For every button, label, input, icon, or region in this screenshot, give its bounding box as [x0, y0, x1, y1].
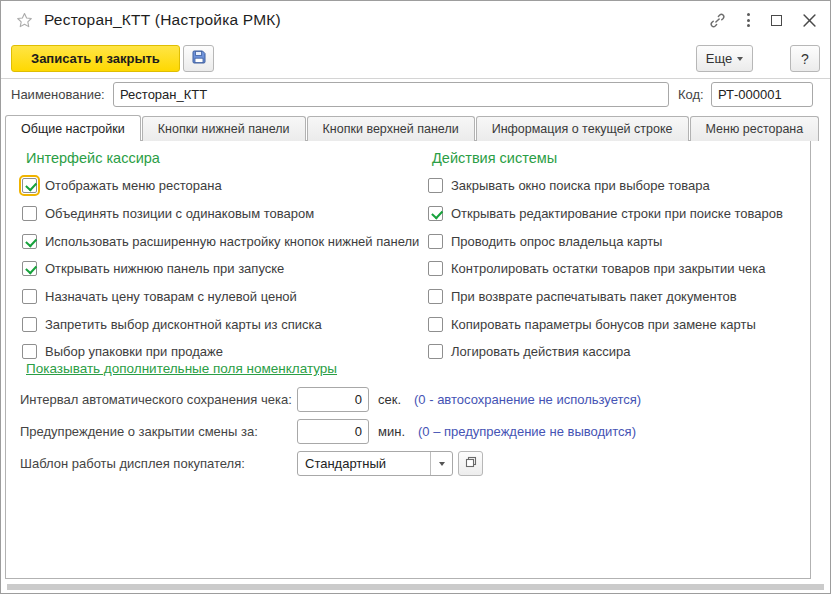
extra-nomenclature-fields-link[interactable]: Показывать дополнительные поля номенклат… — [26, 361, 337, 376]
checkbox[interactable] — [428, 178, 443, 193]
tab-label: Меню ресторана — [706, 122, 804, 136]
favorite-star-icon[interactable] — [16, 12, 33, 29]
checkbox-row-print-return-package[interactable]: При возврате распечатывать пакет докумен… — [428, 283, 808, 311]
checkbox[interactable] — [22, 344, 37, 359]
tab-general-settings[interactable]: Общие настройки — [5, 115, 141, 141]
checkbox[interactable] — [22, 178, 37, 193]
shift-close-warning-row: Предупреждение о закрытии смены за: мин.… — [20, 419, 636, 444]
name-label: Наименование: — [11, 87, 105, 102]
close-icon[interactable] — [803, 14, 816, 27]
title-bar: Ресторан_КТТ (Настройка РМК) — [1, 1, 830, 39]
checkbox[interactable] — [428, 261, 443, 276]
chevron-down-icon — [737, 57, 743, 61]
checkbox-label: Открывать нижнюю панель при запуске — [45, 261, 284, 276]
checkbox-row-open-row-editing[interactable]: Открывать редактирование строки при поис… — [428, 200, 808, 228]
get-link-icon[interactable] — [709, 12, 726, 29]
code-label: Код: — [678, 87, 704, 102]
combo-dropdown-button[interactable] — [430, 452, 452, 475]
more-button[interactable]: Еще — [696, 45, 753, 72]
checkbox-label: Использовать расширенную настройку кнопо… — [45, 234, 419, 249]
shift-close-warning-hint: (0 – предупреждение не выводится) — [418, 424, 636, 439]
checkbox-row-extended-bottom-panel[interactable]: Использовать расширенную настройку кнопо… — [22, 227, 422, 255]
more-button-label: Еще — [706, 51, 732, 66]
autosave-interval-input[interactable] — [297, 387, 369, 412]
checkbox-row-copy-bonus-params[interactable]: Копировать параметры бонусов при замене … — [428, 310, 808, 338]
checkbox-label: Логировать действия кассира — [451, 344, 631, 359]
checkbox[interactable] — [428, 234, 443, 249]
checkbox-label: Назначать цену товарам с нулевой ценой — [45, 289, 297, 304]
save-and-close-button[interactable]: Записать и закрыть — [11, 45, 180, 72]
checkbox-label: Открывать редактирование строки при поис… — [451, 206, 783, 221]
checkbox-row-open-bottom-panel[interactable]: Открывать нижнюю панель при запуске — [22, 255, 422, 283]
shift-close-warning-label: Предупреждение о закрытии смены за: — [20, 424, 297, 439]
window-menu-icon[interactable] — [747, 13, 750, 27]
checkbox[interactable] — [22, 206, 37, 221]
selected-value: Стандартный — [298, 456, 430, 471]
checkbox-row-forbid-discount-card-list[interactable]: Запретить выбор дисконтной карты из спис… — [22, 310, 422, 338]
tab-label: Кнопки верхней панели — [323, 122, 459, 136]
tab-label: Информация о текущей строке — [492, 122, 673, 136]
tab-restaurant-menu[interactable]: Меню ресторана — [690, 116, 820, 141]
tab-label: Общие настройки — [21, 122, 125, 136]
checkbox-row-close-search-window[interactable]: Закрывать окно поиска при выборе товара — [428, 172, 808, 200]
tab-top-panel-buttons[interactable]: Кнопки верхней панели — [307, 116, 475, 141]
rmk-settings-window: Ресторан_КТТ (Настройка РМК) Записать и … — [0, 0, 831, 594]
checkbox-label: При возврате распечатывать пакет докумен… — [451, 289, 737, 304]
section-title-system-actions: Действия системы — [432, 150, 557, 166]
tab-bar: Общие настройки Кнопки нижней панели Кно… — [5, 115, 820, 141]
command-bar: Записать и закрыть Еще ? — [11, 45, 820, 73]
checkbox[interactable] — [22, 261, 37, 276]
checkbox[interactable] — [22, 234, 37, 249]
chevron-down-icon — [439, 462, 445, 466]
checkbox-label: Проводить опрос владельца карты — [451, 234, 662, 249]
checkbox[interactable] — [22, 317, 37, 332]
tab-bottom-panel-buttons[interactable]: Кнопки нижней панели — [142, 116, 306, 141]
autosave-interval-label: Интервал автоматического сохранения чека… — [20, 392, 297, 407]
checkbox[interactable] — [428, 317, 443, 332]
maximize-icon[interactable] — [771, 15, 782, 26]
checkbox[interactable] — [428, 344, 443, 359]
checkbox[interactable] — [22, 289, 37, 304]
open-in-window-icon — [464, 455, 478, 473]
checkbox-label: Контролировать остатки товаров при закры… — [451, 261, 765, 276]
checkbox-label: Объединять позиции с одинаковым товаром — [45, 206, 314, 221]
general-settings-panel: Интерфейс кассира Действия системы Отобр… — [5, 140, 811, 579]
customer-display-template-select[interactable]: Стандартный — [297, 451, 453, 476]
section-title-cashier-interface: Интерфейс кассира — [26, 150, 160, 166]
autosave-interval-hint: (0 - автосохранение не используется) — [414, 392, 641, 407]
checkbox-label: Копировать параметры бонусов при замене … — [451, 317, 756, 332]
checkbox-row-assign-zero-price[interactable]: Назначать цену товарам с нулевой ценой — [22, 283, 422, 311]
checkbox-row-card-owner-survey[interactable]: Проводить опрос владельца карты — [428, 227, 808, 255]
checkbox-row-log-cashier-actions[interactable]: Логировать действия кассира — [428, 338, 808, 366]
open-template-button[interactable] — [458, 451, 483, 476]
checkbox-label: Выбор упаковки при продаже — [45, 344, 223, 359]
cashier-interface-options: Отображать меню ресторана Объединять поз… — [22, 172, 422, 366]
customer-display-template-label: Шаблон работы дисплея покупателя: — [20, 456, 297, 471]
system-actions-options: Закрывать окно поиска при выборе товара … — [428, 172, 808, 366]
shift-close-warning-unit: мин. — [378, 424, 405, 439]
shift-close-warning-input[interactable] — [297, 419, 369, 444]
code-input[interactable] — [711, 82, 813, 107]
checkbox[interactable] — [428, 206, 443, 221]
window-title: Ресторан_КТТ (Настройка РМК) — [44, 11, 281, 29]
customer-display-template-row: Шаблон работы дисплея покупателя: Станда… — [20, 451, 483, 476]
checkbox[interactable] — [428, 289, 443, 304]
autosave-interval-unit: сек. — [378, 392, 401, 407]
header-fields: Наименование: Код: — [1, 82, 830, 107]
floppy-disk-icon — [191, 49, 207, 68]
checkbox-label: Отображать меню ресторана — [45, 178, 222, 193]
checkbox-row-control-stock[interactable]: Контролировать остатки товаров при закры… — [428, 255, 808, 283]
help-button[interactable]: ? — [790, 45, 820, 72]
tab-label: Кнопки нижней панели — [158, 122, 290, 136]
checkbox-row-merge-positions[interactable]: Объединять позиции с одинаковым товаром — [22, 200, 422, 228]
toolbar-separator — [1, 78, 830, 79]
autosave-interval-row: Интервал автоматического сохранения чека… — [20, 387, 641, 412]
checkbox-row-show-restaurant-menu[interactable]: Отображать меню ресторана — [22, 172, 422, 200]
tab-current-row-info[interactable]: Информация о текущей строке — [476, 116, 689, 141]
checkbox-label: Закрывать окно поиска при выборе товара — [451, 178, 710, 193]
save-button[interactable] — [183, 45, 214, 72]
checkbox-label: Запретить выбор дисконтной карты из спис… — [45, 317, 322, 332]
name-input[interactable] — [113, 82, 669, 107]
window-resize-strip[interactable] — [7, 584, 824, 590]
